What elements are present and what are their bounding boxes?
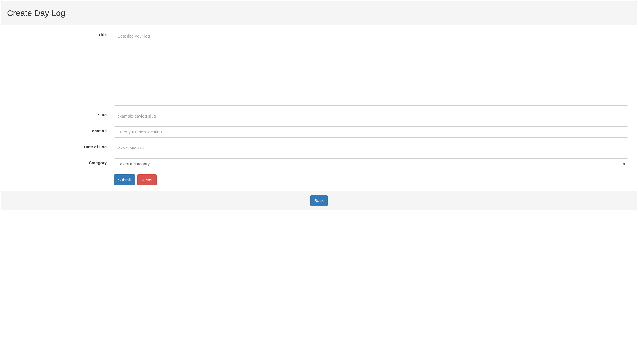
submit-button[interactable]: Submit	[114, 174, 135, 185]
slug-input[interactable]	[114, 111, 628, 121]
form-actions-row: Submit Reset	[7, 174, 631, 185]
reset-button[interactable]: Reset	[137, 174, 157, 185]
location-input[interactable]	[114, 126, 628, 137]
title-textarea[interactable]	[114, 31, 628, 106]
form-group-date: Date of Log	[7, 143, 631, 153]
form-group-slug: Slug	[7, 111, 631, 121]
page-title: Create Day Log	[7, 8, 631, 18]
date-label: Date of Log	[7, 143, 111, 153]
daylog-form: Title Slug Location Date of Log	[7, 31, 631, 185]
location-label: Location	[7, 126, 111, 137]
category-label: Category	[7, 158, 111, 169]
panel-footer: Back	[1, 191, 637, 210]
form-group-title: Title	[7, 31, 631, 106]
date-input[interactable]	[114, 143, 628, 153]
form-group-category: Category Select a category ▲▼	[7, 158, 631, 169]
form-actions: Submit Reset	[114, 174, 157, 185]
back-button[interactable]: Back	[310, 195, 328, 206]
panel-body: Title Slug Location Date of Log	[1, 25, 637, 191]
category-select[interactable]: Select a category	[114, 158, 628, 169]
form-group-location: Location	[7, 126, 631, 137]
slug-label: Slug	[7, 111, 111, 121]
create-daylog-panel: Create Day Log Title Slug Location	[1, 1, 637, 210]
panel-heading: Create Day Log	[1, 1, 637, 25]
title-label: Title	[7, 31, 111, 106]
